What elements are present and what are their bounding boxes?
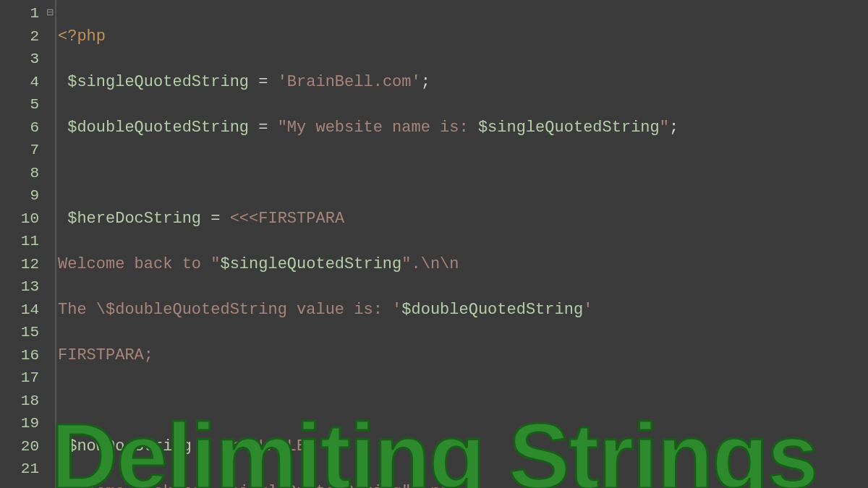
code-line: FIRSTPARA; (58, 344, 868, 367)
fold-column: ⊟ (45, 0, 55, 488)
line-number: 21 (0, 458, 39, 481)
line-number: 13 (0, 275, 39, 299)
string-literal: "My website name is: (278, 119, 478, 137)
line-number: 2 (0, 25, 39, 48)
string-literal: " (660, 119, 669, 137)
variable: $singleQuotedString (67, 73, 249, 91)
line-number: 4 (0, 71, 39, 94)
nowdoc-text: Welcome back to "singleQuotedString".\n\… (58, 483, 459, 489)
line-number: 5 (0, 93, 39, 116)
line-number: 16 (0, 344, 39, 367)
code-line: Welcome back to "singleQuotedString".\n\… (58, 481, 868, 489)
line-number: 1 (0, 2, 39, 25)
code-line: $nowDocString = <<<'LABLE' (58, 435, 868, 458)
line-number: 14 (0, 299, 39, 322)
line-number: 18 (0, 390, 39, 413)
line-number: 11 (0, 230, 39, 253)
line-number: 12 (0, 253, 39, 276)
line-number: 9 (0, 184, 39, 207)
code-area[interactable]: <?php $singleQuotedString = 'BrainBell.c… (56, 0, 868, 488)
line-number: 17 (0, 367, 39, 390)
code-line: $doubleQuotedString = "My website name i… (58, 116, 868, 140)
line-number: 7 (0, 139, 39, 162)
code-line (58, 390, 868, 413)
code-line (58, 162, 868, 185)
code-line: The \$doubleQuotedString value is: '$dou… (58, 299, 868, 322)
operator: = (249, 73, 278, 91)
string-interpolation: $singleQuotedString (478, 119, 660, 137)
string-interpolation: $doubleQuotedString (401, 301, 583, 319)
heredoc-text: Welcome back to " (58, 255, 220, 273)
line-number: 20 (0, 435, 39, 458)
line-number: 10 (0, 207, 39, 231)
variable: $doubleQuotedString (67, 119, 249, 137)
code-line: <?php (58, 25, 868, 48)
variable: $hereDocString (67, 210, 201, 228)
variable: $nowDocString (67, 437, 192, 455)
code-line: Welcome back to "$singleQuotedString".\n… (58, 253, 868, 276)
semicolon: ; (669, 119, 678, 137)
line-number: 8 (0, 162, 39, 185)
line-number: 6 (0, 116, 39, 140)
heredoc-end: FIRSTPARA; (58, 346, 153, 364)
heredoc-open: <<<FIRSTPARA (230, 210, 344, 228)
code-editor: 123456789101112131415161718192021 ⊟ <?ph… (0, 0, 868, 488)
operator: = (249, 119, 278, 137)
heredoc-text: The \$doubleQuotedString value is: ' (58, 301, 401, 319)
string-literal: 'BrainBell.com' (278, 73, 421, 91)
fold-marker[interactable]: ⊟ (45, 2, 55, 25)
heredoc-text: ".\n\n (401, 255, 459, 273)
nowdoc-open: <<<'LABLE' (220, 437, 315, 455)
line-number: 19 (0, 412, 39, 435)
string-interpolation: $singleQuotedString (220, 255, 401, 273)
line-number: 15 (0, 321, 39, 344)
operator: = (201, 210, 230, 228)
code-line: $singleQuotedString = 'BrainBell.com'; (58, 71, 868, 94)
heredoc-text: ' (583, 301, 592, 319)
line-number-gutter: 123456789101112131415161718192021 (0, 0, 45, 488)
semicolon: ; (421, 73, 430, 91)
code-line: $hereDocString = <<<FIRSTPARA (58, 207, 868, 231)
line-number: 3 (0, 48, 39, 71)
php-open-tag: <?php (58, 27, 106, 46)
operator: = (192, 437, 221, 455)
